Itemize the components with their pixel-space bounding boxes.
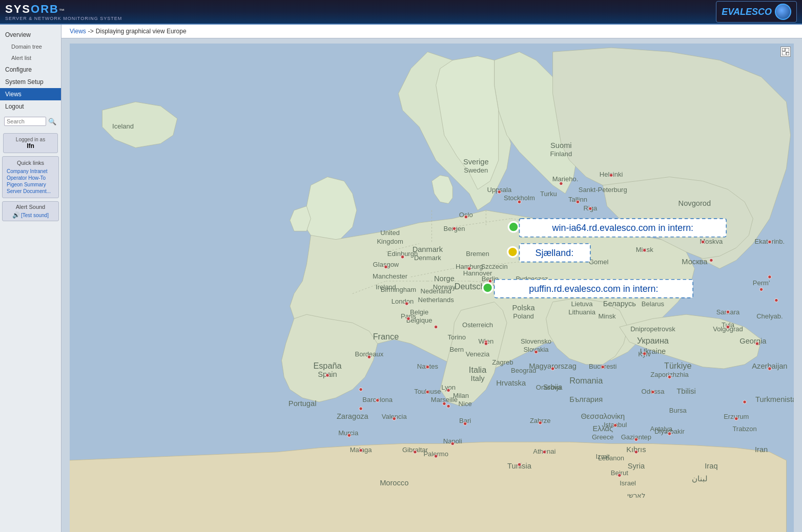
svg-point-187 (359, 388, 363, 391)
svg-text:Nice: Nice (459, 400, 472, 408)
svg-text:Orasova: Orasova (536, 384, 562, 391)
sidebar-item-overview[interactable]: Overview (0, 29, 61, 41)
svg-text:Sankt-Peterburg: Sankt-Peterburg (579, 186, 627, 194)
svg-point-186 (484, 342, 488, 346)
evalesco-logo-text: EVALESCO (722, 7, 772, 17)
svg-point-222 (426, 365, 429, 369)
svg-text:Deutschland: Deutschland (455, 282, 501, 291)
svg-point-223 (447, 389, 450, 392)
svg-text:Beograd: Beograd (511, 367, 536, 374)
sidebar-item-configure[interactable]: Configure (0, 63, 61, 76)
main-layout: Overview Domain tree Alert list Configur… (0, 25, 802, 532)
svg-text:Marieho.: Marieho. (552, 175, 579, 183)
svg-text:Sverige: Sverige (463, 158, 489, 166)
expand-icon[interactable] (780, 47, 791, 57)
sidebar-item-system-setup[interactable]: System Setup (0, 76, 61, 88)
svg-text:Israel: Israel (620, 479, 636, 487)
svg-point-215 (359, 407, 363, 411)
search-icon[interactable]: 🔍 (48, 118, 56, 125)
svg-point-200 (768, 275, 772, 279)
logo-text: SYSORB™ (5, 3, 122, 16)
svg-text:Osterreich: Osterreich (462, 321, 493, 329)
svg-text:Gomel: Gomel (589, 258, 608, 266)
svg-text:Sweden: Sweden (464, 166, 488, 174)
quick-link-server-document[interactable]: Server Document... (5, 188, 56, 195)
svg-point-194 (543, 451, 546, 454)
sidebar-item-views[interactable]: Views (0, 88, 61, 100)
svg-point-203 (759, 288, 763, 291)
breadcrumb-current: Displaying graphical view Europe (96, 28, 187, 35)
breadcrumb-views-link[interactable]: Views (70, 28, 86, 35)
svg-point-171 (589, 207, 592, 210)
svg-text:Georgia: Georgia (739, 337, 767, 345)
svg-text:Zaragoza: Zaragoza (337, 412, 369, 420)
svg-point-216 (347, 434, 351, 437)
logged-in-area: Logged in as lfn (3, 133, 58, 153)
svg-text:Italy: Italy (471, 374, 485, 382)
svg-point-176 (407, 317, 410, 321)
svg-point-224 (539, 421, 542, 425)
svg-text:Hrvatska: Hrvatska (496, 379, 526, 387)
svg-point-209 (518, 463, 521, 466)
svg-point-212 (463, 422, 467, 425)
test-sound-link[interactable]: [Test sound] (21, 212, 49, 218)
svg-point-208 (618, 474, 622, 477)
logo-subtitle: SERVER & NETWORK MONITORING SYSTEM (5, 16, 122, 21)
svg-text:لبنان: لبنان (692, 475, 708, 483)
svg-point-230 (508, 247, 518, 257)
logged-in-label: Logged in as (6, 137, 55, 142)
svg-text:Bursa: Bursa (669, 407, 687, 414)
svg-point-210 (434, 455, 438, 458)
svg-text:Minsk: Minsk (598, 312, 615, 320)
svg-point-184 (613, 423, 617, 427)
svg-text:Norge: Norge (434, 274, 455, 283)
breadcrumb-separator: -> (88, 28, 94, 35)
svg-point-191 (551, 367, 554, 371)
evalesco-circle (775, 4, 791, 20)
svg-text:Θεσσαλονίκη: Θεσσαλονίκη (581, 412, 625, 420)
svg-point-196 (651, 390, 655, 394)
sidebar-item-domain-tree[interactable]: Domain tree (0, 41, 61, 52)
header: SYSORB™ SERVER & NETWORK MONITORING SYST… (0, 0, 802, 25)
speaker-icon: 🔊 (12, 211, 20, 219)
sidebar-item-alert-list[interactable]: Alert list (0, 52, 61, 63)
svg-point-173 (384, 265, 388, 269)
quick-link-pigeon-summary[interactable]: Pigeon Summary (5, 181, 56, 188)
svg-text:Kingdom: Kingdom (377, 238, 403, 245)
svg-text:Denmark: Denmark (414, 254, 441, 262)
search-input[interactable] (4, 117, 46, 126)
alert-sound-title: Alert Sound (6, 204, 55, 210)
svg-text:Syria: Syria (628, 462, 645, 470)
svg-point-199 (726, 325, 730, 329)
svg-text:Polska: Polska (512, 304, 536, 312)
search-area: 🔍 (0, 113, 61, 128)
svg-point-218 (414, 451, 417, 454)
svg-point-205 (634, 438, 638, 441)
evalesco-logo: EVALESCO (716, 1, 797, 23)
breadcrumb: Views -> Displaying graphical view Europ… (61, 25, 802, 38)
svg-text:Greece: Greece (592, 433, 614, 441)
svg-point-221 (367, 355, 371, 359)
svg-point-227 (508, 222, 519, 232)
sidebar-item-logout[interactable]: Logout (0, 100, 61, 113)
svg-point-178 (468, 267, 471, 270)
svg-point-225 (755, 342, 759, 346)
quick-link-company-intranet[interactable]: Company Intranet (5, 168, 56, 175)
svg-text:Sjælland:: Sjælland: (536, 248, 574, 258)
map-svg: Sverige Sweden Suomi Finland Norge Norwa… (70, 44, 794, 532)
svg-point-213 (376, 399, 379, 402)
svg-point-219 (426, 390, 429, 394)
svg-text:London: London (392, 297, 414, 305)
svg-text:Iceland: Iceland (112, 122, 134, 130)
svg-text:Romania: Romania (569, 376, 603, 385)
svg-text:Turku: Turku (540, 190, 557, 198)
map-svg-wrapper: Sverige Sweden Suomi Finland Norge Norwa… (70, 44, 794, 532)
svg-point-202 (768, 240, 772, 244)
svg-text:Zagreb: Zagreb (492, 358, 513, 366)
svg-point-188 (326, 374, 330, 377)
svg-point-193 (434, 325, 438, 329)
svg-text:Suomi: Suomi (550, 141, 572, 150)
svg-text:Bern: Bern (450, 346, 464, 353)
svg-point-207 (634, 451, 638, 454)
quick-link-operator-how-to[interactable]: Operator How-To (5, 175, 56, 181)
